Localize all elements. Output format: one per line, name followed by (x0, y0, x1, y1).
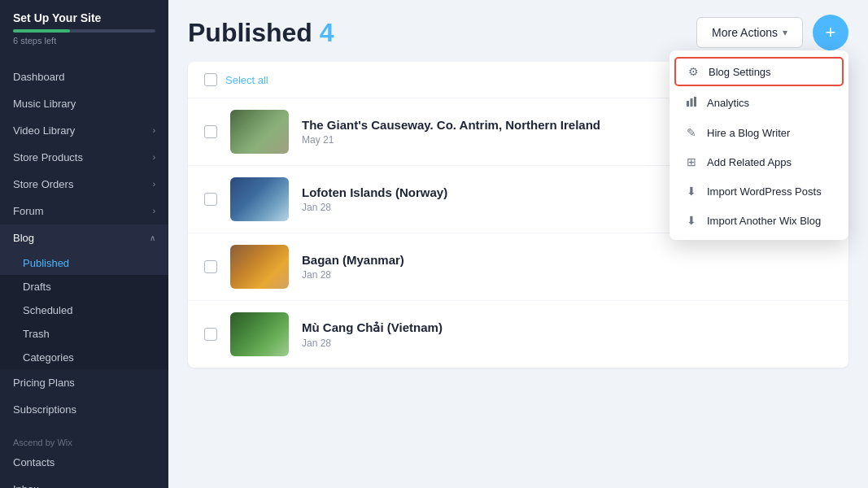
dropdown-item-label: Add Related Apps (707, 156, 792, 168)
dropdown-item-analytics[interactable]: Analytics (670, 88, 848, 118)
progress-bar (13, 29, 155, 33)
sidebar-sub-item-drafts[interactable]: Drafts (0, 275, 168, 298)
post-info: Bagan (Myanmar) Jan 28 (302, 253, 832, 281)
sidebar-item-inbox[interactable]: Inbox (0, 476, 168, 488)
svg-rect-1 (691, 98, 693, 107)
chevron-right-icon: › (153, 207, 155, 216)
dropdown-item-import-wordpress[interactable]: ⬇ Import WordPress Posts (670, 176, 848, 206)
post-date: Jan 28 (302, 269, 832, 281)
apps-icon: ⊞ (684, 155, 699, 168)
sidebar-sub-item-categories[interactable]: Categories (0, 346, 168, 369)
post-checkbox[interactable] (204, 328, 217, 341)
table-row: Mù Cang Chải (Vietnam) Jan 28 (188, 301, 848, 368)
ascend-label: Ascend by Wix (0, 433, 168, 449)
dropdown-item-label: Hire a Blog Writer (707, 127, 790, 139)
sidebar-item-forum[interactable]: Forum › (0, 198, 168, 224)
more-actions-button[interactable]: More Actions ▾ (696, 17, 803, 48)
main-content: Published 4 More Actions ▾ + Select all … (168, 0, 868, 488)
dropdown-item-label: Import Another Wix Blog (707, 215, 821, 227)
sidebar-item-pricing-plans[interactable]: Pricing Plans (0, 369, 168, 396)
chevron-up-icon: ∧ (150, 233, 155, 242)
post-checkbox[interactable] (204, 193, 217, 206)
dropdown-item-import-wix[interactable]: ⬇ Import Another Wix Blog (670, 206, 848, 235)
svg-rect-2 (694, 97, 696, 107)
sidebar-sub-item-scheduled[interactable]: Scheduled (0, 298, 168, 322)
chevron-down-icon: ▾ (783, 27, 787, 38)
plus-icon: + (826, 22, 836, 43)
post-checkbox[interactable] (204, 260, 217, 273)
chart-icon (684, 96, 699, 110)
post-date: Jan 28 (302, 338, 832, 349)
progress-fill (13, 29, 70, 33)
sidebar-item-music-library[interactable]: Music Library (0, 90, 168, 117)
sidebar-item-store-orders[interactable]: Store Orders › (0, 171, 168, 198)
post-title: Bagan (Myanmar) (302, 253, 832, 267)
steps-left: 6 steps left (13, 36, 155, 46)
more-actions-label: More Actions (712, 26, 778, 39)
sidebar-item-subscriptions[interactable]: Subscriptions (0, 396, 168, 423)
select-all-label[interactable]: Select all (225, 74, 268, 86)
svg-rect-0 (687, 101, 689, 107)
dropdown-item-label: Import WordPress Posts (707, 185, 822, 198)
post-checkbox[interactable] (204, 125, 217, 138)
gear-icon: ⚙ (686, 65, 700, 78)
chevron-right-icon: › (153, 180, 155, 189)
sidebar-item-store-products[interactable]: Store Products › (0, 144, 168, 171)
sidebar-sub-item-trash[interactable]: Trash (0, 322, 168, 346)
sidebar-item-video-library[interactable]: Video Library › (0, 117, 168, 144)
select-all-checkbox[interactable] (204, 73, 217, 86)
post-info: Mù Cang Chải (Vietnam) Jan 28 (302, 320, 832, 349)
post-count: 4 (320, 18, 334, 47)
post-thumbnail (230, 312, 289, 356)
post-thumbnail (230, 245, 289, 289)
dropdown-item-hire-writer[interactable]: ✎ Hire a Blog Writer (670, 118, 848, 147)
dropdown-item-label: Analytics (707, 97, 749, 109)
post-thumbnail (230, 110, 289, 154)
sidebar-item-contacts[interactable]: Contacts (0, 449, 168, 476)
dropdown-item-label: Blog Settings (709, 66, 771, 78)
pen-icon: ✎ (684, 126, 699, 139)
download-icon: ⬇ (684, 185, 699, 198)
sidebar-item-blog[interactable]: Blog ∧ (0, 224, 168, 251)
page-title: Published 4 (188, 18, 687, 48)
download-icon: ⬇ (684, 214, 699, 227)
create-post-button[interactable]: + (813, 15, 848, 50)
chevron-right-icon: › (153, 126, 155, 135)
dropdown-item-blog-settings[interactable]: ⚙ Blog Settings (674, 57, 844, 86)
post-title: Mù Cang Chải (Vietnam) (302, 320, 832, 335)
blog-submenu: Published Drafts Scheduled Trash Categor… (0, 251, 168, 369)
sidebar: Set Up Your Site 6 steps left Dashboard … (0, 0, 168, 488)
sidebar-item-dashboard[interactable]: Dashboard (0, 63, 168, 90)
table-row: Bagan (Myanmar) Jan 28 (188, 233, 848, 301)
dropdown-item-add-apps[interactable]: ⊞ Add Related Apps (670, 147, 848, 176)
post-thumbnail (230, 177, 289, 221)
chevron-right-icon: › (153, 153, 155, 162)
sidebar-sub-item-published[interactable]: Published (0, 251, 168, 275)
more-actions-dropdown: ⚙ Blog Settings Analytics ✎ Hire a Blog … (670, 50, 848, 240)
setup-title: Set Up Your Site (13, 11, 155, 24)
setup-section: Set Up Your Site 6 steps left (0, 0, 168, 54)
